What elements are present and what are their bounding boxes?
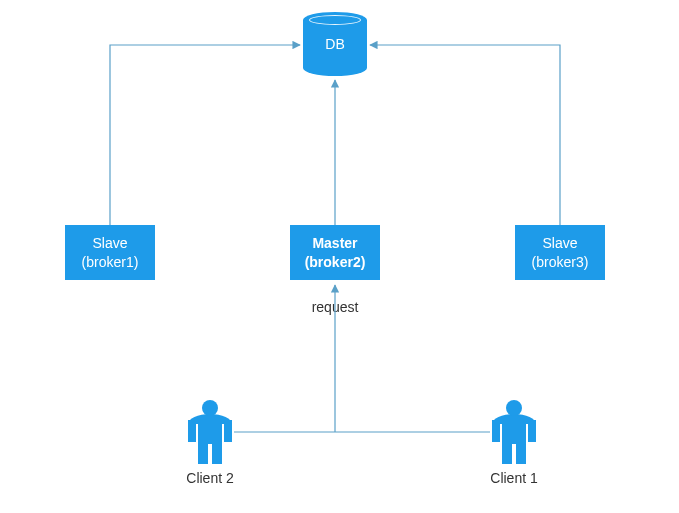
database-label: DB xyxy=(303,36,367,52)
master-broker2-title: Master xyxy=(312,234,357,252)
master-broker2-sub: (broker2) xyxy=(305,253,366,271)
master-broker2-node: Master (broker2) xyxy=(290,225,380,280)
slave-broker1-node: Slave (broker1) xyxy=(65,225,155,280)
request-label: request xyxy=(300,299,370,315)
slave-broker3-title: Slave xyxy=(542,234,577,252)
slave-broker3-node: Slave (broker3) xyxy=(515,225,605,280)
client2-label: Client 2 xyxy=(175,470,245,486)
client2-icon xyxy=(186,400,234,464)
slave-broker1-sub: (broker1) xyxy=(82,253,139,271)
slave-broker1-title: Slave xyxy=(92,234,127,252)
client1-icon xyxy=(490,400,538,464)
client1-label: Client 1 xyxy=(479,470,549,486)
slave-broker3-sub: (broker3) xyxy=(532,253,589,271)
database-node: DB xyxy=(303,12,367,76)
